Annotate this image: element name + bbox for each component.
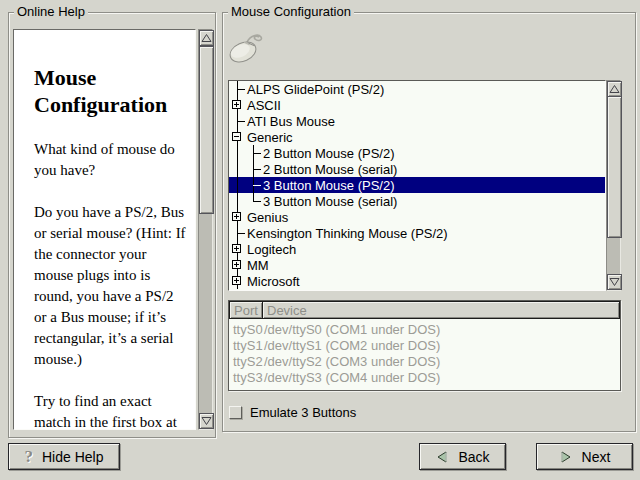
tree-branch-lines bbox=[229, 177, 245, 193]
help-paragraph: Do you have a PS/2, Bus or serial mouse?… bbox=[34, 202, 191, 370]
tree-branch-lines bbox=[245, 193, 261, 209]
emulate-3-buttons-checkbox[interactable] bbox=[229, 406, 242, 419]
tree-item-label: 3 Button Mouse (serial) bbox=[263, 194, 397, 209]
port-cell: ttyS1 bbox=[229, 338, 263, 353]
device-cell: /dev/ttyS1 (COM2 under DOS) bbox=[263, 338, 440, 353]
back-arrow-icon bbox=[435, 450, 449, 464]
tree-item[interactable]: Genius bbox=[229, 209, 605, 225]
tree-item[interactable]: 3 Button Mouse (serial) bbox=[229, 193, 605, 209]
port-cell: ttyS3 bbox=[229, 370, 263, 385]
column-header-device: Device bbox=[262, 301, 620, 319]
mouse-configuration-panel: Mouse Configuration ALPS GlidePoint (PS/… bbox=[222, 12, 636, 432]
tree-branch-lines bbox=[229, 273, 245, 289]
tree-item-label: 3 Button Mouse (PS/2) bbox=[263, 178, 395, 193]
tree-item[interactable]: ASCII bbox=[229, 97, 605, 113]
table-header-row: PortDevice bbox=[229, 301, 620, 319]
tree-item-label: Kensington Thinking Mouse (PS/2) bbox=[247, 226, 448, 241]
tree-item-label: 2 Button Mouse (PS/2) bbox=[263, 146, 395, 161]
question-mark-icon: ? bbox=[25, 448, 34, 465]
tree-branch-lines bbox=[245, 177, 261, 193]
tree-scrollbar-thumb[interactable] bbox=[607, 96, 622, 238]
scroll-up-button[interactable] bbox=[199, 30, 214, 46]
tree-item[interactable]: Generic bbox=[229, 129, 605, 145]
expand-plus-icon[interactable] bbox=[232, 100, 241, 109]
scroll-down-button[interactable] bbox=[199, 413, 214, 429]
scroll-up-icon bbox=[609, 84, 620, 94]
help-paragraphs: What kind of mouse do you have?Do you ha… bbox=[14, 139, 195, 430]
tree-branch-lines bbox=[229, 81, 245, 97]
tree-branch-lines bbox=[229, 129, 245, 145]
scroll-down-button[interactable] bbox=[607, 274, 622, 290]
help-heading: Mouse Configuration bbox=[34, 64, 189, 118]
tree-item-label: Microsoft bbox=[247, 274, 300, 289]
tree-item[interactable]: Microsoft bbox=[229, 273, 605, 289]
tree-branch-lines bbox=[229, 97, 245, 113]
scroll-up-icon bbox=[201, 33, 212, 43]
tree-branch-lines bbox=[245, 161, 261, 177]
tree-branch-lines bbox=[229, 209, 245, 225]
online-help-frame-title: Online Help bbox=[14, 4, 88, 20]
next-arrow-icon bbox=[559, 450, 573, 464]
tree-branch-lines bbox=[229, 225, 245, 241]
table-row: ttyS0/dev/ttyS0 (COM1 under DOS) bbox=[229, 321, 620, 337]
tree-item[interactable]: 2 Button Mouse (PS/2) bbox=[229, 145, 605, 161]
tree-item[interactable]: Logitech bbox=[229, 241, 605, 257]
tree-scrollbar[interactable] bbox=[606, 80, 621, 291]
tree-branch-lines bbox=[229, 193, 245, 209]
tree-item-label: MM bbox=[247, 258, 269, 273]
device-cell: /dev/ttyS2 (COM3 under DOS) bbox=[263, 354, 440, 369]
device-cell: /dev/ttyS3 (COM4 under DOS) bbox=[263, 370, 440, 385]
tree-branch-lines bbox=[245, 145, 261, 161]
mouse-icon bbox=[227, 30, 267, 66]
tree-branch-lines bbox=[229, 241, 245, 257]
collapse-minus-icon[interactable] bbox=[232, 132, 241, 141]
expand-plus-icon[interactable] bbox=[232, 260, 241, 269]
column-header-port: Port bbox=[229, 301, 263, 319]
expand-plus-icon[interactable] bbox=[232, 276, 241, 285]
mouse-type-tree[interactable]: ALPS GlidePoint (PS/2)ASCIIATI Bus Mouse… bbox=[228, 80, 606, 291]
port-cell: ttyS0 bbox=[229, 322, 263, 337]
help-paragraph: Try to find an exact match in the first … bbox=[34, 391, 191, 430]
tree-item-label: ASCII bbox=[247, 98, 281, 113]
emulate-3-buttons-label: Emulate 3 Buttons bbox=[250, 405, 356, 420]
table-row: ttyS1/dev/ttyS1 (COM2 under DOS) bbox=[229, 337, 620, 353]
scroll-down-icon bbox=[201, 416, 212, 426]
help-scrollbar-thumb[interactable] bbox=[199, 46, 214, 214]
tree-item[interactable]: MM bbox=[229, 257, 605, 273]
mouse-configuration-frame-title: Mouse Configuration bbox=[228, 4, 354, 20]
tree-item[interactable]: ALPS GlidePoint (PS/2) bbox=[229, 81, 605, 97]
next-button[interactable]: Next bbox=[536, 443, 633, 470]
device-cell: /dev/ttyS0 (COM1 under DOS) bbox=[263, 322, 440, 337]
expand-plus-icon[interactable] bbox=[232, 244, 241, 253]
tree-branch-lines bbox=[229, 257, 245, 273]
tree-item-label: 2 Button Mouse (serial) bbox=[263, 162, 397, 177]
next-label: Next bbox=[582, 449, 611, 465]
port-cell: ttyS2 bbox=[229, 354, 263, 369]
serial-ports-table: PortDevice ttyS0/dev/ttyS0 (COM1 under D… bbox=[228, 300, 621, 391]
tree-item[interactable]: Kensington Thinking Mouse (PS/2) bbox=[229, 225, 605, 241]
table-row: ttyS3/dev/ttyS3 (COM4 under DOS) bbox=[229, 369, 620, 385]
help-paragraph: What kind of mouse do you have? bbox=[34, 139, 191, 181]
scroll-up-button[interactable] bbox=[607, 81, 622, 97]
hide-help-label: Hide Help bbox=[42, 449, 103, 465]
hide-help-button[interactable]: ? Hide Help bbox=[8, 443, 120, 470]
tree-item[interactable]: 3 Button Mouse (PS/2) bbox=[229, 177, 605, 193]
help-content: Mouse Configuration What kind of mouse d… bbox=[13, 29, 196, 430]
back-button[interactable]: Back bbox=[419, 443, 506, 470]
tree-item-label: ALPS GlidePoint (PS/2) bbox=[247, 82, 384, 97]
tree-branch-lines bbox=[229, 145, 245, 161]
table-body: ttyS0/dev/ttyS0 (COM1 under DOS)ttyS1/de… bbox=[229, 319, 620, 385]
expand-plus-icon[interactable] bbox=[232, 212, 241, 221]
tree-item-label: Logitech bbox=[247, 242, 296, 257]
tree-item-label: Genius bbox=[247, 210, 288, 225]
tree-branch-lines bbox=[229, 113, 245, 129]
tree-item[interactable]: ATI Bus Mouse bbox=[229, 113, 605, 129]
back-label: Back bbox=[458, 449, 489, 465]
scroll-down-icon bbox=[609, 277, 620, 287]
online-help-panel: Online Help Mouse Configuration What kin… bbox=[8, 12, 216, 438]
tree-item[interactable]: 2 Button Mouse (serial) bbox=[229, 161, 605, 177]
help-scrollbar[interactable] bbox=[198, 29, 213, 430]
emulate-3-buttons-row[interactable]: Emulate 3 Buttons bbox=[229, 405, 356, 420]
tree-branch-lines bbox=[229, 161, 245, 177]
table-row: ttyS2/dev/ttyS2 (COM3 under DOS) bbox=[229, 353, 620, 369]
